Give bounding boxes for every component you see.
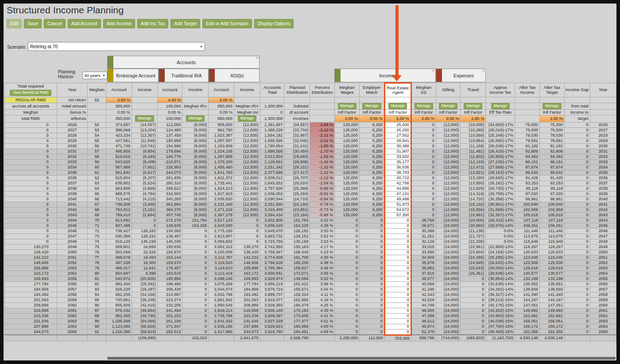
cell-after-tax-income: 144,167 xyxy=(515,297,540,303)
cell-employer-match: 6,250 xyxy=(360,138,385,143)
cell-employer-match: 0 xyxy=(360,234,385,239)
403b-wbonus-amount: 850,000 xyxy=(209,115,234,122)
meghan-ss-infl-value[interactable]: 2.80 % xyxy=(411,115,436,122)
cell-403b-income: (12,500) xyxy=(234,212,260,218)
cell-brokerage-income: 24,893 xyxy=(132,244,158,249)
cell-planned-distribution: (25,369) xyxy=(284,186,310,191)
cell-total-required-rmd: 130,270 xyxy=(5,244,57,249)
cell-percent-distribution: 3.98 % xyxy=(310,281,335,287)
travel-infl-value[interactable]: 2.80 % xyxy=(461,115,486,122)
expenses-color-tab xyxy=(436,69,442,82)
blank-cell xyxy=(88,109,106,115)
add-inc-tax-button[interactable]: Add Inc Tax xyxy=(137,19,169,28)
blank-cell xyxy=(284,97,310,103)
table-row: 163,172205480504,8979,399183,51503,112,4… xyxy=(5,271,616,276)
403b-bonus-pct[interactable]: 0.00 % xyxy=(209,109,234,115)
totals-row: (106,890)162,0102,941,6752,996,7962,250,… xyxy=(5,335,616,341)
cell-year-right: 2043 xyxy=(590,212,616,218)
cell-accounts-total: 3,251,560 xyxy=(260,202,284,207)
add-income-button[interactable]: Add Income xyxy=(103,19,135,28)
employer-match-infl-value[interactable]: 0.00 % xyxy=(360,115,385,122)
cell-brokerage-income: (5,524) xyxy=(132,180,158,186)
cell-traditional-ira-account: 319,503 xyxy=(157,191,182,196)
cell-traditional-ira-income: 0 xyxy=(182,308,209,313)
cell-total-required-rmd: 0 xyxy=(5,159,57,165)
cell-after-tax-income: 105,018 xyxy=(515,212,540,218)
cell-403b-income: (12,500) xyxy=(234,202,260,207)
cell-after-tax-income: 97,020 xyxy=(515,191,540,196)
cell-brokerage-account: 471,749 xyxy=(106,143,132,149)
cell-meghan-ss: 32,126 xyxy=(411,239,436,244)
accounts-expand-icon[interactable]: ↗ xyxy=(255,56,258,60)
table-row: 0203460567,888(7,651)226,993(8,000)1,456… xyxy=(5,165,616,170)
cell-after-tax-target: 138,569 xyxy=(540,287,565,292)
meghan-wages-infl-value[interactable]: 0.00 % xyxy=(335,115,360,122)
manage-after-tax-target-button[interactable]: Manage xyxy=(542,103,561,109)
cell-year-right: 2055 xyxy=(590,276,616,281)
planning-horizon-select[interactable]: 40 years ▼ xyxy=(82,72,107,79)
cell-year: 2030 xyxy=(57,143,88,149)
table-row: 148,906205278497,33816,300169,67003,119,… xyxy=(5,260,616,265)
manage-trad-ira-income-button[interactable]: Manage xyxy=(186,115,205,122)
cell-brokerage-account: 789,410 xyxy=(106,212,132,218)
trad-ira-net-return-cell[interactable]: 4.00 % xyxy=(157,97,182,103)
403b-net-return-cell[interactable]: 5.00 % xyxy=(209,97,234,103)
cell-percent-distribution: -0.96 % xyxy=(310,186,335,191)
cell-age: 65 xyxy=(88,191,106,196)
edit-or-add-scenario-button[interactable]: Edit or Add Scenario xyxy=(202,19,252,28)
trad-ira-income-name: Meghan IRA xyxy=(182,103,209,110)
manage-gifting-button[interactable]: Manage xyxy=(439,103,457,109)
cell-travel: (12,472) xyxy=(461,165,486,170)
view-beneficial-rmd-button[interactable]: View Beneficial RMD xyxy=(10,90,51,96)
cell-year: 2042 xyxy=(57,207,88,212)
cell-real-estate-agent: 0 xyxy=(384,234,411,239)
cell-year: 2039 xyxy=(57,191,88,196)
cell-brokerage-income: (4,869) xyxy=(132,186,158,191)
cell-income-gap: 0 xyxy=(564,249,590,255)
real-estate-agent-infl-value[interactable]: 5.00 % xyxy=(384,115,411,122)
after-tax-target-infl-value[interactable]: 2.00 % xyxy=(540,115,565,122)
cell-employer-match: 0 xyxy=(360,265,385,271)
horizontal-scrollbar-thumb[interactable] xyxy=(107,357,616,360)
cell-travel: (10,864) xyxy=(461,138,486,143)
brokerage-net-return-cell[interactable]: 3.00 % xyxy=(106,97,132,103)
expenses-expand-icon[interactable]: ↗ xyxy=(481,69,484,73)
add-account-button[interactable]: Add Account xyxy=(68,19,101,28)
display-options-button[interactable]: Display Options xyxy=(254,19,294,28)
manage-meghan-ss-button[interactable]: Manage xyxy=(415,103,433,109)
cancel-button[interactable]: Cancel xyxy=(44,19,66,28)
trad-ira-bonus-pct[interactable]: 0.00 % xyxy=(157,109,182,115)
cell-after-tax-income: 75,000 xyxy=(515,122,540,127)
gifting-infl-value[interactable]: 0.00 % xyxy=(436,115,461,122)
cell-brokerage-account: 952,455 xyxy=(106,313,132,318)
cell-after-tax-target: 159,172 xyxy=(540,324,565,329)
cell-after-tax-income: 115,948 xyxy=(515,239,540,244)
save-button[interactable]: Save xyxy=(24,19,42,28)
scenario-select[interactable]: Retiring at 70 ▼ xyxy=(28,42,205,51)
brokerage-bonus-pct[interactable]: 0.00 % xyxy=(106,109,132,115)
manage-meghan-wages-button[interactable]: Manage xyxy=(338,103,356,109)
manage-employer-match-button[interactable]: Manage xyxy=(362,103,381,109)
cell-403b-account: 3,082,312 xyxy=(209,244,234,249)
add-target-button[interactable]: Add Target xyxy=(170,19,200,28)
cell-planned-distribution: 177,477 xyxy=(284,318,310,324)
manage-real-estate-agent-button[interactable]: Manage xyxy=(388,103,407,109)
cell-traditional-ira-account: 124,480 xyxy=(157,127,182,133)
cell-meghan-wages: 0 xyxy=(335,223,360,228)
cell-percent-distribution: 3.52 % xyxy=(310,234,335,239)
manage-income-tax-button[interactable]: Manage xyxy=(491,103,510,109)
horizontal-scrollbar[interactable] xyxy=(107,357,616,360)
total-traditional-ira-income: 162,010 xyxy=(182,335,209,341)
manage-403b-income-button[interactable]: Manage xyxy=(238,115,256,122)
accounts-total-wbonus: 1,300,000 xyxy=(260,115,284,122)
manage-brokerage-income-button[interactable]: Manage xyxy=(135,115,154,122)
cell-meghan-ss: 0 xyxy=(411,159,436,165)
cell-traditional-ira-account: 244,073 xyxy=(157,170,182,175)
cell-meghan-ss: 48,612 xyxy=(411,318,436,324)
cell-travel: (24,945) xyxy=(461,260,486,265)
edit-button[interactable]: Edit xyxy=(7,19,22,28)
incomes-expand-icon[interactable]: ↗ xyxy=(431,69,434,73)
total-meghan-ss: 858,796 xyxy=(411,335,436,341)
cell-meghan-wages: 125,000 xyxy=(335,154,360,159)
manage-travel-button[interactable]: Manage xyxy=(464,103,482,109)
